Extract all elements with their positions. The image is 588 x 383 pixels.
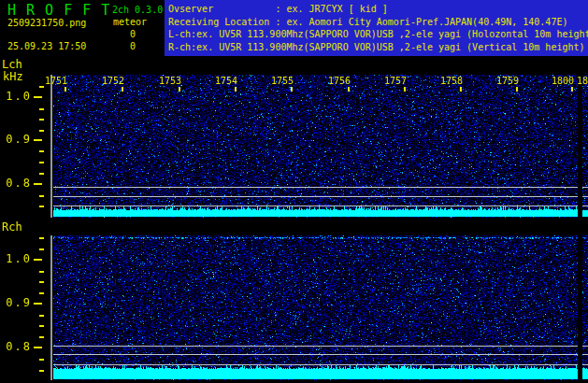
- time-label: 1754: [215, 76, 237, 86]
- lch-spectrogram: [53, 75, 588, 218]
- time-tick: [348, 87, 350, 92]
- freq-minor-tick: [39, 248, 44, 250]
- time-tick: [65, 87, 66, 92]
- freq-major-tick: [34, 347, 42, 348]
- freq-minor-tick: [39, 281, 44, 283]
- time-label: 1759: [496, 76, 519, 86]
- rch-meteor-count: 0: [130, 41, 136, 51]
- time-tick: [516, 87, 518, 92]
- time-label: 1755: [271, 76, 294, 86]
- time-label: 1757: [384, 76, 407, 86]
- freq-minor-tick: [39, 292, 44, 294]
- time-label: 1758: [440, 76, 463, 86]
- app-version: 2ch 0.3.0: [112, 5, 163, 15]
- freq-minor-tick: [39, 130, 44, 132]
- freq-minor-tick: [39, 359, 44, 361]
- rch-spectrogram: [53, 235, 588, 380]
- location-line: Receiving Location : ex. Aomori City Aom…: [168, 16, 588, 29]
- datetime-label: 25.09.23 17:50: [7, 41, 86, 51]
- mode-label: meteor: [113, 17, 147, 27]
- lch-axis-label: Lch: [2, 58, 22, 71]
- time-tick: [179, 87, 180, 92]
- freq-major-tick: [34, 303, 42, 305]
- time-tick: [122, 87, 123, 92]
- freq-minor-tick: [39, 108, 44, 110]
- freq-major-tick: [34, 183, 42, 185]
- freq-minor-tick: [39, 315, 44, 317]
- lch-axis-line: [50, 75, 52, 218]
- freq-minor-tick: [39, 86, 44, 88]
- time-label: 1801: [577, 76, 588, 86]
- khz-unit-label: kHz: [3, 70, 23, 83]
- freq-minor-tick: [39, 271, 44, 273]
- freq-minor-tick: [39, 119, 44, 121]
- lch-meteor-count: 0: [130, 29, 136, 39]
- time-tick: [291, 87, 293, 92]
- rch-axis-label: Rch: [2, 220, 22, 234]
- output-filename: 2509231750.png: [7, 18, 86, 28]
- app-title: H R O F F T: [7, 2, 110, 19]
- time-label: 1753: [159, 76, 181, 86]
- freq-tick-label: 0.8: [0, 340, 32, 353]
- time-tick: [404, 87, 406, 92]
- observer-line: Ovserver : ex. JR7CYX [ kid ]: [168, 3, 588, 16]
- freq-major-tick: [34, 139, 42, 141]
- freq-minor-tick: [39, 237, 44, 239]
- freq-tick-label: 0.9: [0, 133, 32, 146]
- rch-axis-line: [50, 235, 52, 380]
- freq-minor-tick: [39, 173, 44, 175]
- freq-tick-label: 1.0: [0, 252, 32, 265]
- freq-tick-label: 1.0: [0, 90, 32, 103]
- freq-minor-tick: [39, 336, 44, 338]
- freq-minor-tick: [39, 206, 44, 207]
- station-info-panel: Ovserver : ex. JR7CYX [ kid ] Receiving …: [165, 0, 588, 56]
- lch-config-line: L-ch:ex. UV5R 113.900Mhz(SAPPORO VOR)USB…: [168, 28, 588, 41]
- freq-minor-tick: [39, 162, 44, 163]
- time-tick: [235, 87, 237, 92]
- time-tick: [571, 87, 573, 92]
- freq-major-tick: [34, 259, 42, 261]
- hrofft-screen: H R O F F T 2ch 0.3.0 2509231750.png met…: [0, 0, 588, 383]
- rch-config-line: R-ch:ex. UV5R 113.900Mhz(SAPPORO VOR)USB…: [168, 41, 588, 54]
- time-label: 1752: [102, 76, 124, 86]
- time-label: 1751: [45, 76, 67, 86]
- freq-minor-tick: [39, 325, 44, 327]
- freq-tick-label: 0.8: [0, 177, 32, 190]
- freq-minor-tick: [39, 195, 44, 197]
- freq-minor-tick: [39, 370, 44, 372]
- time-label: 1800: [552, 76, 574, 86]
- freq-minor-tick: [39, 150, 44, 152]
- time-tick: [460, 87, 462, 92]
- freq-tick-label: 0.9: [0, 296, 32, 309]
- freq-major-tick: [34, 96, 42, 98]
- time-label: 1756: [328, 76, 351, 86]
